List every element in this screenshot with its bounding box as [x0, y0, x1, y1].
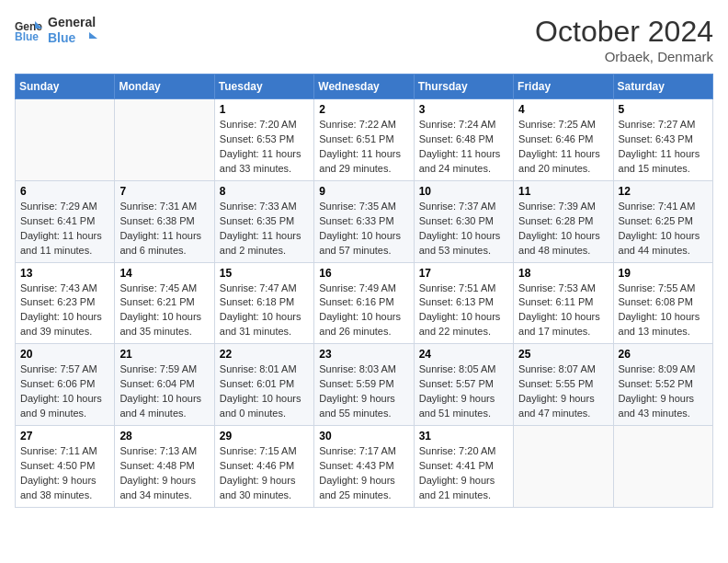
day-number: 26	[619, 348, 708, 361]
sunset-text: Sunset: 6:13 PM	[419, 295, 508, 310]
daylight-text: Daylight: 9 hours and 25 minutes.	[319, 474, 408, 503]
day-content: Sunrise: 7:57 AM Sunset: 6:06 PM Dayligh…	[20, 362, 109, 421]
calendar-cell: 14 Sunrise: 7:45 AM Sunset: 6:21 PM Dayl…	[115, 262, 214, 344]
sunset-text: Sunset: 5:57 PM	[419, 377, 508, 392]
day-number: 15	[220, 267, 309, 280]
sunset-text: Sunset: 6:51 PM	[319, 132, 408, 147]
day-number: 17	[419, 267, 508, 280]
day-content: Sunrise: 7:51 AM Sunset: 6:13 PM Dayligh…	[419, 282, 508, 340]
daylight-text: Daylight: 10 hours and 44 minutes.	[619, 229, 708, 259]
day-content: Sunrise: 8:09 AM Sunset: 5:52 PM Dayligh…	[619, 362, 708, 421]
day-number: 6	[20, 185, 109, 198]
daylight-text: Daylight: 10 hours and 22 minutes.	[419, 310, 508, 339]
sunrise-text: Sunrise: 7:57 AM	[20, 362, 109, 377]
sunrise-text: Sunrise: 7:35 AM	[319, 200, 408, 214]
calendar-cell: 9 Sunrise: 7:35 AM Sunset: 6:33 PM Dayli…	[314, 180, 414, 262]
sunset-text: Sunset: 6:25 PM	[619, 214, 708, 229]
sunrise-text: Sunrise: 8:05 AM	[419, 362, 508, 377]
calendar-cell: 4 Sunrise: 7:25 AM Sunset: 6:46 PM Dayli…	[514, 99, 613, 181]
day-content: Sunrise: 7:43 AM Sunset: 6:23 PM Dayligh…	[20, 282, 109, 340]
sunset-text: Sunset: 6:41 PM	[20, 214, 109, 229]
sunrise-text: Sunrise: 7:59 AM	[119, 362, 209, 377]
calendar-cell: 20 Sunrise: 7:57 AM Sunset: 6:06 PM Dayl…	[16, 344, 115, 426]
sunset-text: Sunset: 6:28 PM	[518, 214, 608, 229]
sunrise-text: Sunrise: 7:27 AM	[619, 118, 708, 132]
day-number: 22	[220, 348, 309, 361]
month-title: October 2024	[535, 15, 713, 49]
daylight-text: Daylight: 10 hours and 31 minutes.	[220, 310, 309, 339]
sunset-text: Sunset: 4:50 PM	[20, 459, 109, 474]
sunrise-text: Sunrise: 7:53 AM	[518, 282, 608, 296]
daylight-text: Daylight: 10 hours and 4 minutes.	[119, 392, 209, 421]
calendar-cell: 7 Sunrise: 7:31 AM Sunset: 6:38 PM Dayli…	[115, 180, 214, 262]
sunrise-text: Sunrise: 7:11 AM	[20, 444, 109, 459]
calendar-week-row: 1 Sunrise: 7:20 AM Sunset: 6:53 PM Dayli…	[16, 99, 713, 181]
day-content: Sunrise: 8:07 AM Sunset: 5:55 PM Dayligh…	[518, 362, 608, 421]
day-content: Sunrise: 7:37 AM Sunset: 6:30 PM Dayligh…	[419, 200, 508, 259]
daylight-text: Daylight: 10 hours and 57 minutes.	[319, 229, 408, 259]
sunset-text: Sunset: 6:23 PM	[20, 295, 109, 310]
day-content: Sunrise: 7:24 AM Sunset: 6:48 PM Dayligh…	[419, 118, 508, 177]
sunrise-text: Sunrise: 8:03 AM	[319, 362, 408, 377]
sunrise-text: Sunrise: 7:33 AM	[220, 200, 309, 214]
daylight-text: Daylight: 11 hours and 11 minutes.	[20, 229, 109, 259]
calendar-cell: 25 Sunrise: 8:07 AM Sunset: 5:55 PM Dayl…	[514, 344, 613, 426]
calendar-week-row: 20 Sunrise: 7:57 AM Sunset: 6:06 PM Dayl…	[16, 344, 713, 426]
day-content: Sunrise: 7:49 AM Sunset: 6:16 PM Dayligh…	[319, 282, 408, 340]
daylight-text: Daylight: 9 hours and 51 minutes.	[419, 392, 508, 421]
calendar-cell: 30 Sunrise: 7:17 AM Sunset: 4:43 PM Dayl…	[314, 426, 414, 508]
day-content: Sunrise: 7:31 AM Sunset: 6:38 PM Dayligh…	[119, 200, 209, 259]
weekday-header-row: SundayMondayTuesdayWednesdayThursdayFrid…	[16, 75, 713, 99]
sunset-text: Sunset: 5:55 PM	[518, 377, 608, 392]
daylight-text: Daylight: 9 hours and 38 minutes.	[20, 474, 109, 503]
sunrise-text: Sunrise: 8:01 AM	[220, 362, 309, 377]
day-content: Sunrise: 7:27 AM Sunset: 6:43 PM Dayligh…	[619, 118, 708, 177]
page-header: General Blue General Blue October 2024 O…	[15, 15, 713, 64]
calendar-cell: 31 Sunrise: 7:20 AM Sunset: 4:41 PM Dayl…	[414, 426, 513, 508]
sunset-text: Sunset: 4:48 PM	[119, 459, 209, 474]
day-number: 3	[419, 103, 508, 116]
calendar-cell: 8 Sunrise: 7:33 AM Sunset: 6:35 PM Dayli…	[214, 180, 313, 262]
sunset-text: Sunset: 6:01 PM	[220, 377, 309, 392]
daylight-text: Daylight: 11 hours and 6 minutes.	[119, 229, 209, 259]
sunset-text: Sunset: 4:41 PM	[419, 459, 508, 474]
calendar-cell: 1 Sunrise: 7:20 AM Sunset: 6:53 PM Dayli…	[214, 99, 313, 181]
day-number: 28	[119, 430, 209, 442]
sunrise-text: Sunrise: 7:41 AM	[619, 200, 708, 214]
daylight-text: Daylight: 10 hours and 13 minutes.	[619, 310, 708, 339]
day-number: 14	[119, 267, 209, 280]
calendar-cell	[613, 426, 712, 508]
day-content: Sunrise: 7:53 AM Sunset: 6:11 PM Dayligh…	[518, 282, 608, 340]
daylight-text: Daylight: 10 hours and 35 minutes.	[119, 310, 209, 339]
day-number: 5	[619, 103, 708, 116]
day-content: Sunrise: 7:59 AM Sunset: 6:04 PM Dayligh…	[119, 362, 209, 421]
day-content: Sunrise: 8:01 AM Sunset: 6:01 PM Dayligh…	[220, 362, 309, 421]
sunset-text: Sunset: 5:52 PM	[619, 377, 708, 392]
day-content: Sunrise: 7:35 AM Sunset: 6:33 PM Dayligh…	[319, 200, 408, 259]
daylight-text: Daylight: 11 hours and 29 minutes.	[319, 147, 408, 177]
day-number: 13	[20, 267, 109, 280]
calendar-cell: 29 Sunrise: 7:15 AM Sunset: 4:46 PM Dayl…	[214, 426, 313, 508]
weekday-header: Saturday	[613, 75, 712, 99]
svg-text:Blue: Blue	[15, 30, 39, 41]
daylight-text: Daylight: 11 hours and 20 minutes.	[518, 147, 608, 177]
calendar-cell	[115, 99, 214, 181]
daylight-text: Daylight: 10 hours and 17 minutes.	[518, 310, 608, 339]
calendar-cell: 10 Sunrise: 7:37 AM Sunset: 6:30 PM Dayl…	[414, 180, 513, 262]
calendar-cell	[16, 99, 115, 181]
calendar-cell: 23 Sunrise: 8:03 AM Sunset: 5:59 PM Dayl…	[314, 344, 414, 426]
svg-marker-3	[89, 32, 97, 39]
sunrise-text: Sunrise: 7:31 AM	[119, 200, 209, 214]
logo-icon: General Blue	[15, 19, 42, 41]
calendar-cell: 12 Sunrise: 7:41 AM Sunset: 6:25 PM Dayl…	[613, 180, 712, 262]
day-number: 27	[20, 430, 109, 442]
day-number: 11	[518, 185, 608, 198]
sunset-text: Sunset: 6:11 PM	[518, 295, 608, 310]
sunrise-text: Sunrise: 7:20 AM	[419, 444, 508, 459]
calendar-week-row: 13 Sunrise: 7:43 AM Sunset: 6:23 PM Dayl…	[16, 262, 713, 344]
calendar-cell: 17 Sunrise: 7:51 AM Sunset: 6:13 PM Dayl…	[414, 262, 513, 344]
daylight-text: Daylight: 10 hours and 26 minutes.	[319, 310, 408, 339]
daylight-text: Daylight: 10 hours and 0 minutes.	[220, 392, 309, 421]
sunset-text: Sunset: 6:30 PM	[419, 214, 508, 229]
weekday-header: Friday	[514, 75, 613, 99]
